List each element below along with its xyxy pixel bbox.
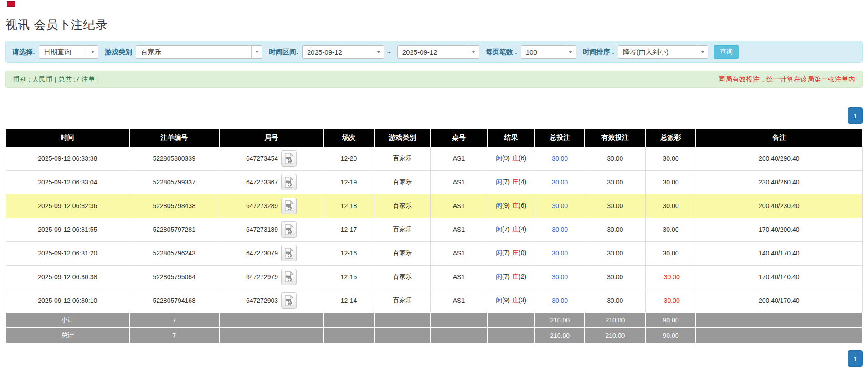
cell-time: 2025-09-12 06:31:55 [6,218,129,241]
chevron-down-icon[interactable] [87,46,98,58]
cell-round: 647272979 [219,265,324,289]
cell-remark: 200.40/230.40 [696,194,862,218]
result-banker-label: 庄 [512,249,519,256]
video-clip-icon [284,177,294,188]
page-1-button[interactable]: 1 [848,350,863,367]
cell-bet-id: 522805794168 [129,289,219,312]
notice-text: 同局有效投注，统一计算在该局第一张注单内 [719,75,855,84]
time-sort-label: 时间排序 : [583,48,614,56]
time-sort-select[interactable]: 降幂(由大到小) [618,45,708,59]
cell-round: 647273289 [219,194,324,218]
chevron-down-icon[interactable] [468,46,479,58]
result-banker-value: (0) [519,249,526,256]
result-banker-value: (2) [519,273,526,280]
cell-remark: 170.40/200.40 [696,218,862,241]
cell-game-type: 百家乐 [374,241,431,265]
chevron-down-icon[interactable] [565,46,576,58]
table-header: 时间 注单编号 局号 场次 游戏类别 桌号 结果 总投注 有效投注 总派彩 备注 [6,129,862,147]
query-type-select[interactable]: 日期查询 [39,45,98,59]
total-bet-link[interactable]: 30.00 [552,297,568,304]
video-clip-icon [284,200,294,211]
total-bet-link[interactable]: 30.00 [552,226,568,233]
game-type-label: 游戏类别 [105,48,132,56]
cell-total-bet: 30.00 [535,170,585,194]
cell-total-bet: 30.00 [535,289,585,312]
cell-session: 12-19 [324,170,374,194]
video-replay-button[interactable] [281,269,297,285]
header-payout: 总派彩 [646,129,696,147]
game-type-select[interactable]: 百家乐 [136,45,262,59]
search-button[interactable]: 查询 [714,45,739,59]
cell-result: 闲(9)庄(6) [487,147,535,170]
header-session: 场次 [324,129,374,147]
cell-game-type: 百家乐 [374,289,431,312]
table-row: 2025-09-12 06:33:04 522805799337 6472733… [6,170,862,194]
per-page-select[interactable]: 100 [521,45,576,59]
video-clip-icon [284,295,294,306]
cell-table-no: AS1 [431,218,487,241]
result-player-label: 闲 [496,154,502,162]
time-range-label: 时间区间: [269,48,298,56]
video-replay-button[interactable] [281,174,297,190]
round-number: 647273289 [246,202,278,209]
currency-total-text: 币别 : 人民币 | 总共 :7 注单 | [13,75,99,84]
page-1-button[interactable]: 1 [848,107,863,124]
video-replay-button[interactable] [281,245,297,261]
cell-round: 647273189 [219,218,324,241]
cell-bet-id: 522805800339 [129,147,219,170]
round-number: 647273454 [246,155,278,162]
grand-total-label: 总计 [6,328,129,343]
chevron-down-icon[interactable] [697,46,708,58]
result-banker-label: 庄 [512,225,519,233]
cell-bet-id: 522805795064 [129,265,219,289]
video-clip-icon [284,224,294,235]
round-number: 647272979 [246,273,278,281]
total-bet-link[interactable]: 30.00 [552,250,568,257]
cell-table-no: AS1 [431,289,487,312]
cell-session: 12-20 [324,147,374,170]
video-replay-button[interactable] [281,221,297,238]
result-banker-label: 庄 [512,273,519,280]
cell-total-bet: 30.00 [535,265,585,289]
cell-game-type: 百家乐 [374,194,431,218]
result-banker-value: (6) [519,202,526,209]
video-replay-button[interactable] [281,198,297,214]
result-player-label: 闲 [496,273,502,280]
pagination-top: 1 [5,107,863,124]
cell-total-bet: 30.00 [535,194,585,218]
cell-game-type: 百家乐 [374,218,431,241]
date-to-select[interactable]: 2025-09-12 [397,45,479,59]
round-number: 647273367 [246,179,278,186]
page-title: 视讯 会员下注纪录 [5,17,863,33]
result-player-value: (9) [502,202,510,209]
query-type-value: 日期查询 [39,46,87,58]
grand-total-payout: 90.00 [646,328,696,343]
cell-total-bet: 30.00 [535,241,585,265]
round-number: 647273189 [246,226,278,233]
result-banker-label: 庄 [512,202,519,209]
chevron-down-icon[interactable] [373,46,384,58]
date-from-select[interactable]: 2025-09-12 [302,45,384,59]
per-page-value: 100 [521,46,565,58]
total-bet-link[interactable]: 30.00 [552,202,568,209]
grand-total-valid-bet: 210.00 [585,328,645,343]
result-player-label: 闲 [496,202,502,209]
header-bet-id: 注单编号 [129,129,219,147]
chevron-down-icon[interactable] [251,46,262,58]
query-type-label: 请选择: [12,48,35,56]
cell-payout: 30.00 [646,170,696,194]
table-row: 2025-09-12 06:33:38 522805800339 6472734… [6,147,862,170]
cell-round: 647273454 [219,147,324,170]
table-body: 2025-09-12 06:33:38 522805800339 6472734… [6,147,862,312]
cell-valid-bet: 30.00 [585,218,645,241]
round-number: 647273079 [246,250,278,257]
total-bet-link[interactable]: 30.00 [552,155,568,162]
total-bet-link[interactable]: 30.00 [552,179,568,186]
total-bet-link[interactable]: 30.00 [552,273,568,281]
video-replay-button[interactable] [281,292,297,309]
cell-table-no: AS1 [431,147,487,170]
cell-valid-bet: 30.00 [585,147,645,170]
video-replay-button[interactable] [281,150,297,167]
result-player-value: (7) [502,178,510,185]
cell-time: 2025-09-12 06:31:20 [6,241,129,265]
